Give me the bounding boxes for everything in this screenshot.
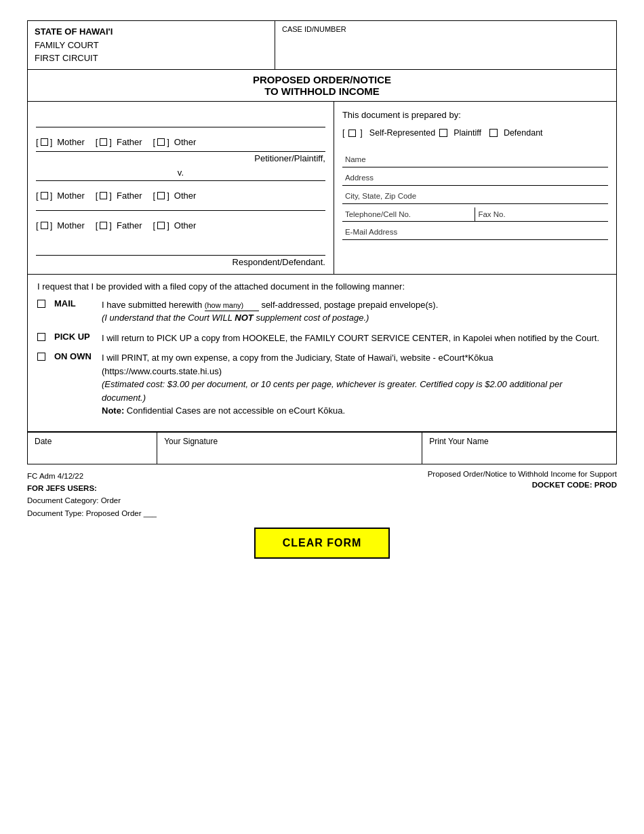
- resp1-other-checkbox[interactable]: [157, 192, 165, 199]
- footer: FC Adm 4/12/22 FOR JEFS USERS: Document …: [27, 470, 617, 520]
- telephone-field: Telephone/Cell No.: [342, 207, 476, 221]
- note-rest: Confidential Cases are not accessible on…: [127, 405, 345, 416]
- petitioner-other-bracket: [ ] Other: [153, 137, 197, 147]
- clear-form-container: CLEAR FORM: [27, 528, 617, 559]
- telephone-label: Telephone/Cell No.: [345, 210, 411, 218]
- court-info-cell: STATE OF HAWAI'I FAMILY COURT FIRST CIRC…: [28, 21, 275, 70]
- case-id-input-area[interactable]: [282, 36, 609, 56]
- own-text2: (Estimated cost: $3.00 per document, or …: [102, 379, 563, 403]
- form-title-cell: PROPOSED ORDER/NOTICE TO WITHHOLD INCOME: [28, 69, 617, 101]
- signature-table: Date Your Signature Print Your Name: [27, 432, 617, 464]
- pickup-checkbox[interactable]: [37, 333, 45, 341]
- mail-checkbox[interactable]: [37, 300, 45, 308]
- email-field: E-Mail Address: [342, 225, 608, 240]
- telephone-row: Telephone/Cell No. Fax No.: [342, 207, 608, 222]
- date-cell: Date: [28, 432, 157, 464]
- case-id-label: CASE ID/NUMBER: [282, 25, 609, 33]
- resp2-other-checkbox[interactable]: [157, 222, 165, 229]
- how-many-label: (how many): [205, 300, 259, 312]
- mail-option: MAIL I have submitted herewith (how many…: [37, 298, 607, 325]
- request-intro: I request that I be provided with a file…: [37, 281, 607, 292]
- email-label: E-Mail Address: [345, 228, 397, 236]
- petitioner-father-label: Father: [117, 137, 142, 147]
- self-rep-bracket-checkbox[interactable]: [348, 130, 356, 137]
- address-field: Address: [342, 171, 608, 186]
- own-checkbox[interactable]: [37, 353, 45, 361]
- resp1-father-bracket: [ ] Father: [96, 191, 142, 201]
- resp2-mother-bracket: [ ] Mother: [36, 220, 85, 231]
- resp2-father-bracket: [ ] Father: [96, 220, 142, 231]
- signature-label: Your Signature: [164, 437, 415, 446]
- parties-table: [ ] Mother [ ] Father [ ]: [27, 102, 617, 275]
- resp1-father-label: Father: [117, 191, 142, 201]
- footer-revision: FC Adm 4/12/22: [27, 470, 157, 482]
- petitioner-mother-label: Mother: [57, 137, 84, 147]
- self-rep-label: Self-Represented: [369, 125, 435, 141]
- form-title-line1: PROPOSED ORDER/NOTICE: [253, 74, 391, 85]
- court-line2: FAMILY COURT: [35, 40, 99, 50]
- prepared-checkbox-row: [ ] Self-Represented Plaintiff Defendant: [342, 125, 608, 141]
- fax-label: Fax No.: [478, 210, 505, 218]
- date-label: Date: [35, 437, 150, 446]
- parties-right: This document is prepared by: [ ] Self-R…: [334, 102, 616, 275]
- father-checkbox-petitioner[interactable]: [100, 138, 107, 146]
- parties-left: [ ] Mother [ ] Father [ ]: [28, 102, 334, 275]
- defendant-label: Defendant: [504, 125, 543, 141]
- mail-text-before: I have submitted herewith: [102, 300, 202, 310]
- print-name-label: Print Your Name: [429, 437, 609, 446]
- respondent2-checkboxes: [ ] Mother [ ] Father [: [36, 216, 325, 235]
- respondent1-checkboxes: [ ] Mother [ ] Father [: [36, 186, 325, 205]
- clear-form-button[interactable]: CLEAR FORM: [254, 528, 390, 559]
- main-wrapper: STATE OF HAWAI'I FAMILY COURT FIRST CIRC…: [27, 20, 617, 559]
- own-text: I will PRINT, at my own expense, a copy …: [102, 351, 607, 418]
- mail-italic: (I understand that the Court WILL NOT su…: [102, 313, 369, 323]
- footer-doc-category: Document Category: Order: [27, 494, 157, 507]
- own-label: ON OWN: [54, 351, 95, 361]
- pickup-option: PICK UP I will return to PICK UP a copy …: [37, 332, 607, 345]
- request-section: I request that I be provided with a file…: [27, 275, 617, 432]
- vs-label: v.: [36, 165, 325, 180]
- own-text3: Note: Confidential Cases are not accessi…: [102, 405, 345, 416]
- petitioner-row: [ ] Mother [ ] Father [ ]: [36, 133, 325, 152]
- petitioner-mother-bracket: [ ] Mother: [36, 137, 85, 147]
- fax-field: Fax No.: [475, 207, 608, 221]
- resp1-mother-checkbox[interactable]: [41, 192, 48, 199]
- footer-doc-type: Document Type: Proposed Order ___: [27, 507, 157, 519]
- mail-label: MAIL: [54, 298, 95, 309]
- city-field: City, State, Zip Code: [342, 189, 608, 204]
- resp2-mother-label: Mother: [57, 220, 84, 231]
- case-id-cell: CASE ID/NUMBER: [275, 21, 616, 70]
- plaintiff-label: Plaintiff: [454, 125, 481, 141]
- resp2-father-label: Father: [117, 220, 142, 231]
- petitioner-role-label: Petitioner/Plaintiff,: [36, 152, 325, 165]
- pickup-text: I will return to PICK UP a copy from HOO…: [102, 332, 607, 345]
- other-checkbox-petitioner[interactable]: [157, 138, 165, 146]
- city-label: City, State, Zip Code: [345, 192, 416, 200]
- court-line1: STATE OF HAWAI'I: [35, 26, 113, 37]
- name-label: Name: [345, 155, 366, 163]
- court-line3: FIRST CIRCUIT: [35, 53, 98, 63]
- defendant-checkbox[interactable]: [489, 129, 498, 137]
- resp2-father-checkbox[interactable]: [100, 222, 107, 229]
- own-option: ON OWN I will PRINT, at my own expense, …: [37, 351, 607, 418]
- resp1-mother-label: Mother: [57, 191, 84, 201]
- signature-cell: Your Signature: [157, 432, 422, 464]
- note-label: Note:: [102, 405, 124, 416]
- respondent-role-label: Respondent/Defendant.: [36, 255, 325, 269]
- prepared-by: This document is prepared by: [ ] Self-R…: [342, 107, 608, 141]
- resp1-mother-bracket: [ ] Mother: [36, 191, 85, 201]
- respondent2-name-area: [36, 235, 325, 255]
- pickup-label: PICK UP: [54, 332, 95, 342]
- name-field: Name: [342, 153, 608, 167]
- resp1-other-label: Other: [174, 191, 197, 201]
- resp2-mother-checkbox[interactable]: [41, 222, 48, 229]
- footer-right: Proposed Order/Notice to Withhold Income…: [428, 470, 617, 489]
- mother-checkbox-petitioner[interactable]: [41, 138, 48, 146]
- own-text1: I will PRINT, at my own expense, a copy …: [102, 353, 493, 376]
- form-title-line2: TO WITHHOLD INCOME: [264, 85, 380, 97]
- plaintiff-checkbox[interactable]: [439, 129, 447, 137]
- resp1-father-checkbox[interactable]: [100, 192, 107, 199]
- footer-right-text: Proposed Order/Notice to Withhold Income…: [428, 470, 617, 478]
- resp1-other-bracket: [ ] Other: [153, 191, 197, 201]
- footer-left: FC Adm 4/12/22 FOR JEFS USERS: Document …: [27, 470, 157, 520]
